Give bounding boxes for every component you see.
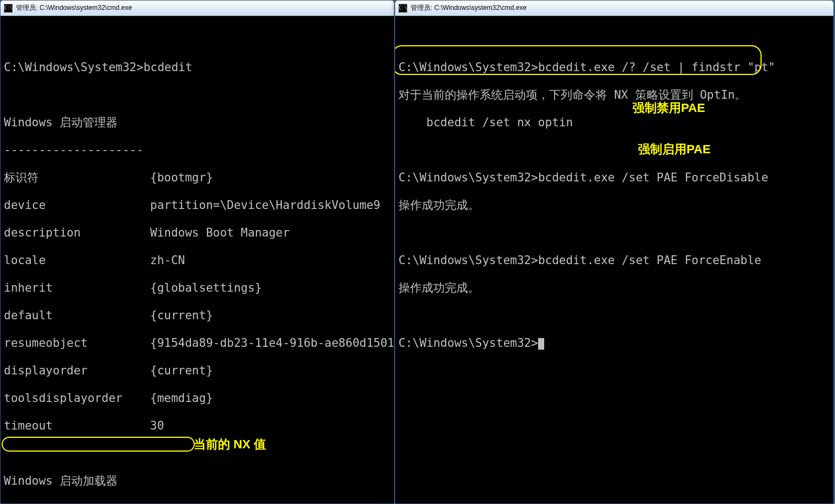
blank-line	[398, 33, 831, 47]
prompt: C:\Windows\System32>	[398, 61, 538, 74]
cmd-window-right: C:\ 管理员: C:\Windows\system32\cmd.exe C:\…	[395, 0, 834, 504]
kv-row: default{current}	[4, 309, 392, 323]
separator: --------------------	[4, 143, 392, 157]
section-title: Windows 启动管理器	[4, 116, 392, 130]
titlebar-right[interactable]: C:\ 管理员: C:\Windows\system32\cmd.exe	[395, 1, 833, 16]
prompt-line: C:\Windows\System32>bcdedit.exe /set PAE…	[398, 171, 831, 185]
output-line: 操作成功完成。	[398, 199, 831, 212]
prompt: C:\Windows\System32>	[4, 61, 143, 74]
kv-row: inherit{globalsettings}	[4, 281, 392, 295]
prompt-line: C:\Windows\System32>bcdedit	[4, 61, 392, 74]
kv-row: descriptionWindows Boot Manager	[4, 226, 392, 240]
kv-row: timeout30	[4, 419, 392, 433]
kv-key: 标识符	[4, 171, 150, 185]
terminal-right[interactable]: C:\Windows\System32>bcdedit.exe /? /set …	[395, 16, 833, 503]
kv-value: partition=\Device\HarddiskVolume9	[150, 199, 392, 212]
cursor-icon	[538, 338, 544, 350]
section-title: Windows 启动加载器	[4, 474, 392, 488]
prompt-line: C:\Windows\System32>bcdedit.exe /set PAE…	[398, 254, 831, 267]
command: bcdedit.exe /set PAE ForceDisable	[538, 171, 768, 184]
prompt-line: C:\Windows\System32>bcdedit.exe /? /set …	[398, 61, 831, 74]
command: bcdedit.exe /set PAE ForceEnable	[538, 254, 762, 267]
kv-key: inherit	[4, 281, 150, 295]
blank-line	[398, 309, 831, 323]
cmd-window-left: C:\ 管理员: C:\Windows\system32\cmd.exe C:\…	[0, 0, 395, 504]
window-title: 管理员: C:\Windows\system32\cmd.exe	[16, 3, 132, 13]
kv-value: 30	[150, 419, 392, 433]
prompt: C:\Windows\System32>	[398, 254, 538, 267]
kv-value: {bootmgr}	[150, 171, 392, 185]
kv-row: displayorder{current}	[4, 364, 392, 378]
blank-line	[398, 226, 831, 240]
kv-value: {current}	[150, 364, 392, 378]
kv-key: locale	[4, 254, 150, 267]
prompt-line: C:\Windows\System32>	[398, 336, 831, 350]
command: bcdedit	[143, 61, 193, 74]
kv-value: {memdiag}	[150, 392, 392, 405]
blank-line	[398, 143, 831, 157]
terminal-left[interactable]: C:\Windows\System32>bcdedit Windows 启动管理…	[1, 16, 394, 503]
kv-row: devicepartition=\Device\HarddiskVolume9	[4, 199, 392, 212]
kv-key: description	[4, 226, 150, 240]
kv-value: Windows Boot Manager	[150, 226, 392, 240]
prompt: C:\Windows\System32>	[398, 336, 538, 350]
cmd-icon: C:\	[398, 4, 407, 13]
window-title: 管理员: C:\Windows\system32\cmd.exe	[411, 3, 526, 13]
blank-line	[4, 447, 392, 460]
kv-row: 标识符{bootmgr}	[4, 171, 392, 185]
output-line: 对于当前的操作系统启动项，下列命令将 NX 策略设置到 OptIn。	[398, 88, 831, 102]
output-line: bcdedit /set nx optin	[398, 116, 831, 130]
kv-row: localezh-CN	[4, 254, 392, 267]
kv-value: {globalsettings}	[150, 281, 392, 295]
output-line: 操作成功完成。	[398, 281, 831, 295]
command: bcdedit.exe /? /set | findstr "pt"	[538, 61, 775, 74]
prompt: C:\Windows\System32>	[398, 171, 538, 184]
annotation-disable-pae: 强制禁用PAE	[632, 101, 705, 115]
kv-key: device	[4, 199, 150, 212]
blank-line	[4, 33, 392, 47]
kv-value: zh-CN	[150, 254, 392, 267]
kv-key: timeout	[4, 419, 150, 433]
blank-line	[4, 88, 392, 102]
cmd-icon: C:\	[4, 4, 13, 13]
kv-row: resumeobject{9154da89-db23-11e4-916b-ae8…	[4, 336, 392, 350]
titlebar-left[interactable]: C:\ 管理员: C:\Windows\system32\cmd.exe	[1, 1, 394, 16]
kv-key: resumeobject	[4, 336, 150, 350]
kv-value: {current}	[150, 309, 392, 323]
kv-key: default	[4, 309, 150, 323]
kv-row: toolsdisplayorder{memdiag}	[4, 392, 392, 405]
kv-key: toolsdisplayorder	[4, 392, 150, 405]
kv-value: {9154da89-db23-11e4-916b-ae860d150145}	[150, 336, 394, 350]
separator: --------------------	[4, 502, 392, 503]
kv-key: displayorder	[4, 364, 150, 378]
